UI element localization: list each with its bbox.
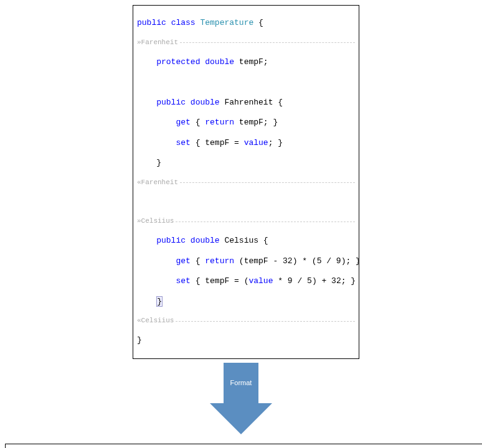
kw: public: [156, 236, 186, 245]
text: ; }: [268, 138, 283, 147]
text: {: [191, 256, 205, 266]
kw: value: [248, 276, 273, 286]
text: { tempF =: [191, 138, 244, 147]
region-close: «Farenheit: [137, 179, 178, 187]
kw: get: [176, 256, 190, 266]
kw: return: [205, 256, 234, 266]
text: { tempF = (: [191, 276, 249, 286]
kw: set: [176, 138, 190, 147]
text: Celsius {: [220, 236, 268, 245]
text: {: [191, 118, 205, 127]
arrow-label: Format: [230, 379, 252, 386]
text: * 9 / 5) + 32; }: [273, 276, 356, 286]
kw: set: [176, 276, 190, 286]
kw: public: [137, 18, 166, 27]
kw: double: [191, 98, 220, 107]
format-arrow: Format: [5, 363, 477, 437]
caret-position: }: [156, 296, 163, 307]
arrow-head-icon: [210, 403, 272, 434]
kw: public: [156, 98, 186, 107]
text: }: [156, 158, 161, 167]
kw: value: [244, 138, 268, 147]
type-name: Temperature: [200, 18, 253, 27]
kw: protected: [156, 57, 200, 67]
text: tempF;: [234, 57, 268, 67]
text: (tempF - 32) * (5 / 9); }: [234, 256, 359, 266]
kw: class: [171, 18, 196, 27]
kw: return: [205, 118, 234, 127]
code-before: public class Temperature { »Farenheit pr…: [133, 5, 359, 359]
text: tempF; }: [234, 118, 278, 127]
code-after: public class Temperature { »Farenheit pr…: [5, 444, 482, 448]
kw: double: [205, 57, 234, 67]
text: {: [253, 18, 263, 27]
text: }: [137, 335, 142, 345]
text: Fahrenheit {: [220, 98, 283, 107]
kw: double: [191, 236, 220, 245]
region-open: »Celsiius: [137, 217, 174, 226]
region-open: »Farenheit: [137, 39, 178, 47]
region-close: «Celsiius: [137, 317, 174, 325]
kw: get: [176, 118, 190, 127]
